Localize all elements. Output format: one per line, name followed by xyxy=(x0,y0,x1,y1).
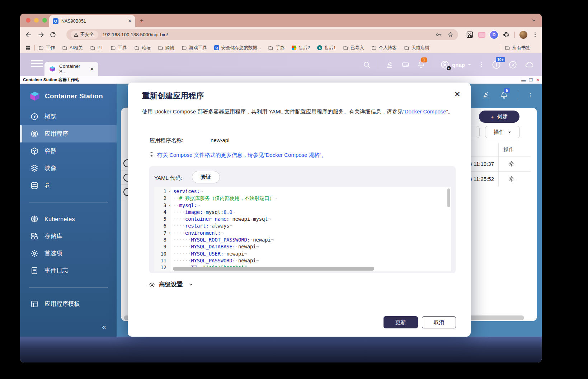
code-line[interactable]: 9······MYSQL_DATABASE:·newapi¬ xyxy=(154,243,451,250)
dashboard-icon[interactable] xyxy=(508,60,517,69)
advanced-settings-toggle[interactable]: 高级设置 xyxy=(149,281,193,289)
bookmark-item[interactable]: S售后1 xyxy=(317,45,336,51)
code-line[interactable]: 5····container_name:·newapi-mysql¬ xyxy=(154,216,451,223)
devices-icon[interactable] xyxy=(401,60,410,69)
bookmark-item[interactable]: 工具 xyxy=(110,45,127,51)
back-icon[interactable] xyxy=(25,31,32,38)
tv-extension-icon[interactable] xyxy=(478,32,485,38)
bookmark-item[interactable]: 工作 xyxy=(38,45,55,51)
code-line[interactable]: 6····restart:·always¬ xyxy=(154,223,451,229)
bookmark-item[interactable]: 论坛 xyxy=(134,45,151,51)
sidebar-item-templates[interactable]: 应用程序模板 xyxy=(20,295,117,313)
d-extension-icon[interactable]: D xyxy=(490,31,498,39)
notifications-button[interactable]: 1 xyxy=(417,60,425,69)
url-bar[interactable]: 不安全 192.168.100.138:5000/cgi-bin/ xyxy=(66,29,458,40)
sidebar-item-volumes[interactable]: 卷 xyxy=(20,177,117,194)
bookmark-item[interactable]: PT xyxy=(90,45,103,51)
update-button[interactable]: 更新 xyxy=(384,316,418,328)
gear-icon[interactable] xyxy=(508,176,514,182)
bookmark-item[interactable]: 已导入 xyxy=(343,45,364,51)
bookmark-label: 工作 xyxy=(46,45,55,51)
bookmark-item[interactable]: 手办 xyxy=(268,45,284,51)
create-button[interactable]: + 创建 xyxy=(479,111,519,123)
compose-spec-link[interactable]: Docker Compose 规格 xyxy=(266,152,320,158)
more-menu-icon[interactable] xyxy=(479,62,484,67)
sidebar-item-preferences[interactable]: 首选项 xyxy=(20,245,117,262)
code-line[interactable]: 7▾····environment:¬ xyxy=(154,230,451,237)
cs-notifications-button[interactable]: 5 xyxy=(500,91,508,99)
editor-vertical-scrollbar[interactable] xyxy=(447,188,450,207)
bookmark-item[interactable]: 个人博客 xyxy=(371,45,397,51)
code-line[interactable]: 11······MYSQL_PASSWORD:·newapi¬ xyxy=(154,257,451,264)
cs-close-icon[interactable]: ✕ xyxy=(536,78,540,82)
new-tab-button[interactable]: + xyxy=(140,17,144,24)
main-menu-icon[interactable] xyxy=(31,60,43,67)
cs-background-tasks-icon[interactable] xyxy=(482,91,490,99)
close-window-button[interactable] xyxy=(26,18,30,23)
registries-icon xyxy=(30,232,39,240)
eventlogs-icon xyxy=(30,266,39,275)
search-icon[interactable] xyxy=(363,61,371,69)
browser-tab[interactable]: Q NAS90B051 ✕ xyxy=(49,15,135,27)
sidebar-item-kubernetes[interactable]: Kubernetes xyxy=(20,210,117,228)
background-tasks-icon[interactable] xyxy=(385,60,394,69)
yaml-code-editor[interactable]: 1▾services:¬2··# 数据库服务（仅内部使用，不映射端口）¬3▾··… xyxy=(154,187,451,271)
fold-arrow-icon[interactable]: ▾ xyxy=(169,230,171,237)
cancel-button[interactable]: 取消 xyxy=(422,316,456,328)
forward-icon[interactable] xyxy=(37,31,44,38)
bookmark-item[interactable]: 售后2 xyxy=(292,45,310,51)
code-line[interactable]: 3▾··mysql:¬ xyxy=(154,202,451,209)
user-menu[interactable]: ★ qnap xyxy=(440,60,471,69)
extensions-puzzle-icon[interactable] xyxy=(503,31,510,38)
editor-horizontal-scrollbar[interactable] xyxy=(173,267,374,271)
code-line[interactable]: 4····image:·mysql:8.0¬ xyxy=(154,209,451,216)
code-line[interactable]: 8······MYSQL_ROOT_PASSWORD:·newapi¬ xyxy=(154,237,451,243)
fold-arrow-icon[interactable]: ▾ xyxy=(169,202,171,209)
cloud-icon[interactable] xyxy=(525,60,534,69)
gear-icon[interactable] xyxy=(508,161,514,167)
code-line[interactable]: 1▾services:¬ xyxy=(154,188,451,195)
security-chip[interactable]: 不安全 xyxy=(71,31,98,39)
cs-minimize-icon[interactable]: ▬ xyxy=(521,78,526,82)
apps-grid-icon[interactable] xyxy=(25,45,31,51)
app-tab-close-icon[interactable]: ✕ xyxy=(90,66,94,72)
cs-maximize-icon[interactable]: ❐ xyxy=(529,78,533,82)
tab-search-button[interactable] xyxy=(530,17,538,24)
resource-monitor-button[interactable]: 10+ xyxy=(491,60,501,70)
bookmark-item[interactable]: 天猫店铺 xyxy=(404,45,429,51)
sidebar-collapse-button[interactable]: « xyxy=(102,323,106,331)
action-dropdown-button[interactable]: 操作 xyxy=(485,126,520,138)
sidebar-item-containers[interactable]: 容器 xyxy=(20,142,117,160)
browser-menu-icon[interactable] xyxy=(532,32,538,38)
modal-close-icon[interactable]: ✕ xyxy=(454,90,461,99)
app-tab-container-station[interactable]: Container S... ✕ xyxy=(44,62,98,76)
sidebar-item-eventlogs[interactable]: 事件日志 xyxy=(20,262,117,279)
sidebar-item-apps[interactable]: 应用程序 xyxy=(20,125,117,142)
profile-avatar[interactable] xyxy=(519,31,527,39)
minimize-window-button[interactable] xyxy=(34,18,39,23)
fullscreen-window-button[interactable] xyxy=(42,18,47,23)
bookmark-item[interactable]: 游戏工具 xyxy=(182,45,207,51)
tab-close-icon[interactable]: ✕ xyxy=(128,18,132,24)
docker-compose-link[interactable]: Docker Compose xyxy=(405,108,446,114)
row-action-cell[interactable] xyxy=(498,172,531,186)
all-bookmarks[interactable]: 所有书签 xyxy=(505,45,530,51)
sidebar-item-registries[interactable]: 存储库 xyxy=(20,228,117,245)
sidebar-item-images[interactable]: 映像 xyxy=(20,160,117,177)
scissors-extension-icon[interactable] xyxy=(466,31,474,38)
reload-icon[interactable] xyxy=(50,31,56,38)
bookmark-item[interactable]: 购物 xyxy=(158,45,174,51)
validate-button[interactable]: 验证 xyxy=(192,171,220,183)
bookmark-item[interactable]: AI相关 xyxy=(62,45,83,51)
code-line[interactable]: 2··# 数据库服务（仅内部使用，不映射端口）¬ xyxy=(154,195,451,202)
cs-more-menu-icon[interactable] xyxy=(527,92,533,98)
bookmark-item[interactable]: Q安全储存您的数据... xyxy=(214,45,261,51)
row-action-cell[interactable] xyxy=(498,156,531,171)
password-key-icon[interactable] xyxy=(435,31,442,38)
sidebar-item-overview[interactable]: 概览 xyxy=(20,108,117,125)
url-text[interactable]: 192.168.100.138:5000/cgi-bin/ xyxy=(103,32,436,37)
bookmark-star-icon[interactable] xyxy=(447,31,454,38)
fold-arrow-icon[interactable]: ▾ xyxy=(169,188,171,195)
chevron-down-icon xyxy=(467,63,471,67)
code-line[interactable]: 10······MYSQL_USER:·newapi¬ xyxy=(154,251,451,257)
